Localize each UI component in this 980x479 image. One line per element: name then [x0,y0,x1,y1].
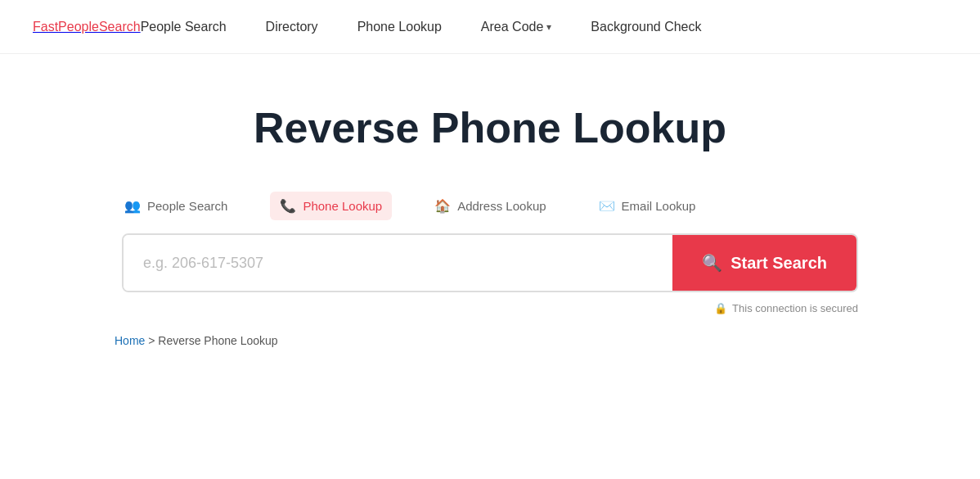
main-content: Reverse Phone Lookup 👥 People Search 📞 P… [0,54,980,380]
breadcrumb-current: Reverse Phone Lookup [158,334,277,347]
search-tabs: 👥 People Search 📞 Phone Lookup 🏠 Address… [115,192,705,220]
nav-item-area-code[interactable]: Area Code ▾ [481,20,552,34]
logo-text: FastPeopleSearch [33,20,141,34]
search-bar: 🔍 Start Search [122,233,858,292]
search-button-label: Start Search [731,254,827,273]
main-nav: People Search Directory Phone Lookup Are… [141,20,702,34]
nav-item-background-check[interactable]: Background Check [591,20,701,34]
nav-item-people-search[interactable]: People Search [141,20,227,34]
nav-item-phone-lookup[interactable]: Phone Lookup [357,20,442,34]
area-code-label: Area Code [481,20,544,34]
tab-address-lookup[interactable]: 🏠 Address Lookup [425,192,555,220]
home-icon: 🏠 [434,198,451,214]
email-icon: ✉️ [599,198,615,214]
tab-email-lookup[interactable]: ✉️ Email Lookup [589,192,706,220]
people-icon: 👥 [124,198,141,214]
tab-phone-lookup-label: Phone Lookup [303,199,382,213]
breadcrumb-separator: > [148,334,158,347]
logo[interactable]: FastPeopleSearch [33,20,141,34]
lock-icon: 🔒 [714,302,727,314]
tab-people-search-label: People Search [147,199,227,213]
phone-search-input[interactable] [124,235,672,291]
security-note: 🔒 This connection is secured [714,302,858,314]
page-title: Reverse Phone Lookup [254,103,726,152]
tab-address-lookup-label: Address Lookup [457,199,546,213]
security-label: This connection is secured [732,302,858,314]
tab-people-search[interactable]: 👥 People Search [115,192,237,220]
tab-email-lookup-label: Email Lookup [622,199,696,213]
phone-icon: 📞 [280,198,296,214]
chevron-down-icon: ▾ [546,21,551,33]
breadcrumb-home[interactable]: Home [115,334,145,347]
nav-item-directory[interactable]: Directory [266,20,318,34]
header: FastPeopleSearch People Search Directory… [0,0,980,54]
breadcrumb: Home > Reverse Phone Lookup [115,334,278,347]
tab-phone-lookup[interactable]: 📞 Phone Lookup [270,192,392,220]
start-search-button[interactable]: 🔍 Start Search [672,235,856,291]
search-icon: 🔍 [702,253,722,273]
